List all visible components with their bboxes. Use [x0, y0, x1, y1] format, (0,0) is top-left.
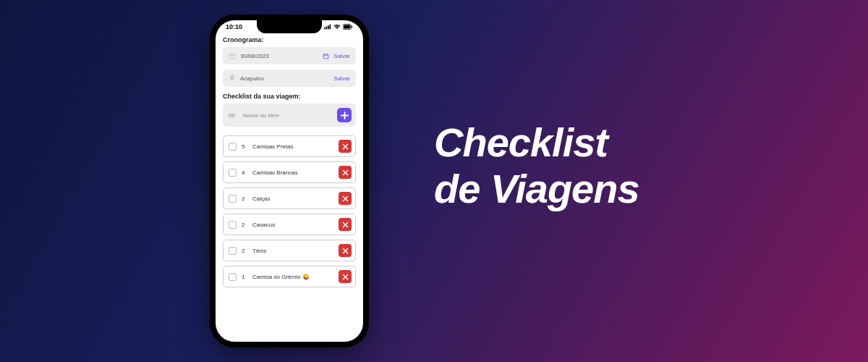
svg-rect-7: [229, 54, 235, 59]
item-name: Camisas Pretas: [252, 143, 333, 150]
date-picker-icon[interactable]: [323, 53, 329, 59]
calendar-icon: [229, 52, 236, 59]
list-item: 2Tênis: [223, 240, 356, 261]
name-input[interactable]: Nome do item: [243, 112, 331, 119]
delete-button[interactable]: [339, 218, 352, 231]
date-input-row[interactable]: 30/08/2023 Salvar: [223, 47, 356, 64]
list-item: 2Casacos: [223, 214, 356, 235]
item-name: Camisa do Grêmio 😜: [252, 274, 333, 280]
hero-line2: de Viagens: [434, 166, 639, 212]
close-icon: [342, 248, 349, 254]
date-save-button[interactable]: Salvar: [333, 53, 350, 59]
checkbox[interactable]: [229, 143, 237, 151]
checkbox[interactable]: [229, 273, 237, 281]
status-indicators: [324, 24, 353, 30]
add-item-row: 00 Nome do item: [223, 104, 356, 127]
svg-rect-9: [323, 54, 328, 58]
item-qty: 1: [242, 274, 247, 280]
item-qty: 2: [242, 195, 247, 202]
list-item: 1Camisa do Grêmio 😜: [223, 266, 356, 287]
item-qty: 2: [242, 222, 247, 228]
hero-line1: Checklist: [434, 119, 639, 166]
svg-rect-2: [328, 25, 329, 29]
item-qty: 5: [242, 143, 247, 150]
checkbox[interactable]: [229, 169, 237, 177]
hero-title: Checklist de Viagens: [434, 119, 639, 213]
list-item: 4Camisas Brancas: [223, 161, 356, 183]
close-icon: [342, 195, 349, 202]
svg-rect-3: [330, 25, 331, 30]
checklist-label: Checklist da sua viagem:: [223, 93, 356, 100]
delete-button[interactable]: [339, 140, 352, 153]
status-time: 10:10: [226, 23, 242, 30]
svg-rect-1: [326, 27, 328, 30]
cronograma-label: Cronograma:: [223, 36, 356, 43]
close-icon: [342, 274, 349, 280]
item-name: Tênis: [252, 248, 333, 254]
checklist-items: 5Camisas Pretas4Camisas Brancas2Calças2C…: [223, 135, 356, 287]
checkbox[interactable]: [229, 247, 237, 255]
signal-icon: [324, 24, 331, 30]
item-name: Camisas Brancas: [252, 169, 333, 176]
delete-button[interactable]: [339, 270, 352, 283]
item-qty: 2: [242, 248, 247, 254]
place-input-row[interactable]: Acapulco Salvar: [223, 70, 356, 87]
battery-icon: [343, 24, 353, 30]
qty-input[interactable]: 00: [229, 112, 237, 119]
close-icon: [342, 169, 349, 176]
wifi-icon: [333, 24, 341, 30]
delete-button[interactable]: [339, 166, 352, 179]
place-save-button[interactable]: Salvar: [333, 75, 350, 82]
svg-rect-0: [324, 28, 326, 30]
checkbox[interactable]: [229, 221, 237, 229]
delete-button[interactable]: [339, 244, 352, 257]
plus-icon: [341, 111, 349, 119]
delete-button[interactable]: [339, 192, 352, 205]
svg-rect-6: [352, 26, 352, 28]
close-icon: [342, 222, 349, 228]
svg-rect-5: [344, 25, 350, 29]
close-icon: [342, 143, 349, 150]
checkbox[interactable]: [229, 195, 237, 203]
item-name: Calças: [252, 195, 333, 202]
location-icon: [229, 75, 236, 82]
phone-notch: [257, 20, 322, 33]
list-item: 2Calças: [223, 188, 356, 209]
app-content: Cronograma: 30/08/2023 Salvar Acapulco S…: [216, 32, 363, 296]
phone-frame: 10:10 Cronograma: 30/08/2023 Salvar Acap…: [210, 14, 369, 348]
date-value: 30/08/2023: [240, 53, 318, 59]
add-button[interactable]: [337, 108, 352, 122]
item-qty: 4: [242, 169, 247, 176]
place-value: Acapulco: [240, 75, 329, 82]
phone-screen: 10:10 Cronograma: 30/08/2023 Salvar Acap…: [216, 20, 363, 342]
list-item: 5Camisas Pretas: [223, 135, 356, 157]
item-name: Casacos: [252, 222, 333, 228]
